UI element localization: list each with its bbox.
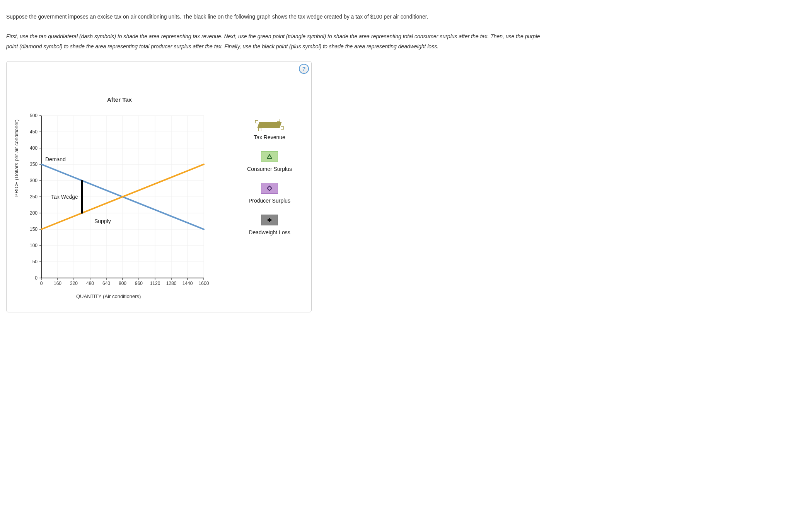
svg-text:100: 100 <box>30 243 38 248</box>
svg-text:400: 400 <box>30 145 38 151</box>
svg-marker-68 <box>267 155 272 159</box>
svg-text:160: 160 <box>54 281 61 286</box>
legend-consumer-surplus[interactable]: Consumer Surplus <box>235 151 304 172</box>
svg-text:640: 640 <box>102 281 110 286</box>
legend-label: Producer Surplus <box>249 198 290 204</box>
svg-text:960: 960 <box>135 281 143 286</box>
plus-icon <box>261 215 278 225</box>
legend-deadweight-loss[interactable]: Deadweight Loss <box>235 215 304 235</box>
svg-text:500: 500 <box>30 113 38 118</box>
svg-text:0: 0 <box>35 275 38 281</box>
graph-card: ? After Tax PRICE (Dollars per air condi… <box>6 61 312 312</box>
svg-text:300: 300 <box>30 178 38 183</box>
legend-label: Consumer Surplus <box>247 166 292 172</box>
legend-producer-surplus[interactable]: Producer Surplus <box>235 183 304 204</box>
svg-text:1280: 1280 <box>166 281 177 286</box>
x-axis-label: QUANTITY (Air conditioners) <box>76 293 141 299</box>
svg-text:800: 800 <box>119 281 126 286</box>
dash-quadrilateral-icon <box>256 119 283 130</box>
svg-text:0: 0 <box>40 281 43 286</box>
svg-text:50: 50 <box>32 259 38 264</box>
svg-text:1600: 1600 <box>199 281 209 286</box>
legend-label: Deadweight Loss <box>249 229 290 235</box>
legend-tax-revenue[interactable]: Tax Revenue <box>235 119 304 140</box>
chart-plot-area[interactable]: 0501001502002503003504004505000160320480… <box>41 116 204 278</box>
question-paragraph-1: Suppose the government imposes an excise… <box>6 12 548 22</box>
y-axis-label: PRICE (Dollars per air conditioner) <box>14 119 19 197</box>
question-paragraph-2: First, use the tan quadrilateral (dash s… <box>6 31 548 52</box>
svg-text:350: 350 <box>30 162 38 167</box>
triangle-icon <box>261 151 278 162</box>
chart-title: After Tax <box>107 96 132 103</box>
help-button[interactable]: ? <box>299 64 309 74</box>
legend-label: Tax Revenue <box>254 134 285 140</box>
svg-text:480: 480 <box>86 281 94 286</box>
legend-palette: Tax Revenue Consumer Surplus Producer Su… <box>235 119 304 246</box>
svg-text:200: 200 <box>30 210 38 216</box>
svg-text:1120: 1120 <box>150 281 160 286</box>
svg-text:450: 450 <box>30 129 38 135</box>
diamond-icon <box>261 183 278 194</box>
svg-marker-69 <box>267 186 272 191</box>
svg-text:320: 320 <box>70 281 78 286</box>
svg-text:150: 150 <box>30 227 38 232</box>
svg-text:250: 250 <box>30 194 38 200</box>
svg-text:1440: 1440 <box>183 281 193 286</box>
